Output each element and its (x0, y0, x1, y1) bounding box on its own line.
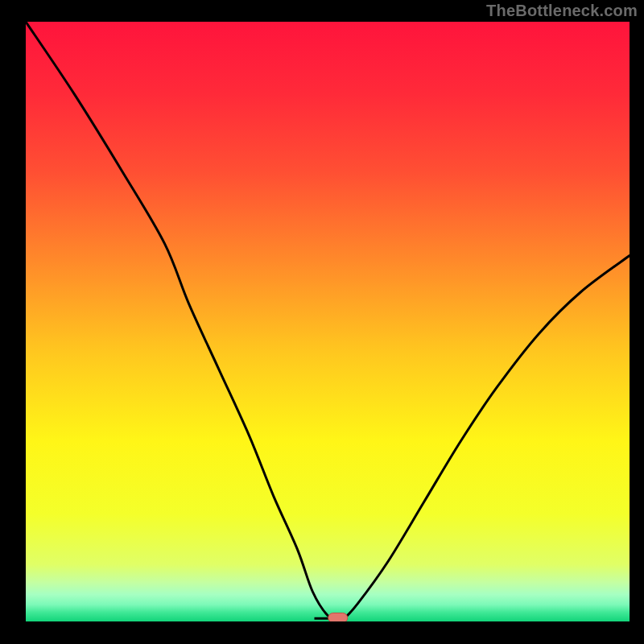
attribution-text: TheBottleneck.com (486, 2, 638, 20)
bottleneck-chart (26, 22, 630, 621)
plot-area (26, 22, 630, 621)
svg-rect-0 (26, 22, 630, 621)
chart-stage: TheBottleneck.com (0, 0, 644, 644)
optimum-marker (328, 613, 348, 621)
